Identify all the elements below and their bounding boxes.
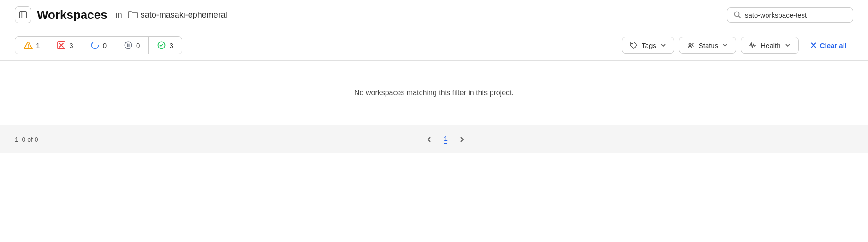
svg-point-10 [125, 42, 132, 49]
tag-icon [630, 41, 638, 49]
warning-count: 1 [36, 42, 40, 49]
tags-label: Tags [642, 42, 656, 49]
clear-all-icon [810, 42, 817, 49]
filter-warning[interactable]: 1 [15, 37, 48, 54]
project-name: sato-masaki-ephemeral [141, 10, 227, 20]
filter-error[interactable]: 3 [48, 37, 82, 54]
paused-icon [124, 41, 133, 50]
svg-point-9 [91, 42, 98, 49]
page-underline [444, 143, 447, 144]
tags-dropdown[interactable]: Tags [622, 37, 674, 54]
svg-rect-0 [20, 12, 26, 18]
in-label: in [116, 10, 122, 20]
health-chevron-icon [785, 42, 791, 48]
tags-chevron-icon [660, 42, 666, 48]
pagination-row: 1–0 of 0 1 [0, 125, 868, 153]
header-row: Workspaces in sato-masaki-ephemeral [0, 0, 868, 30]
prev-page-button[interactable] [422, 133, 437, 145]
sidebar-toggle-button[interactable] [15, 6, 31, 23]
svg-rect-11 [127, 44, 128, 47]
error-count: 3 [69, 42, 73, 49]
paused-count: 0 [136, 42, 140, 49]
status-icon [687, 41, 695, 49]
search-icon [734, 11, 741, 18]
empty-state: No workspaces matching this filter in th… [0, 61, 868, 125]
error-icon [57, 41, 66, 50]
clear-all-button[interactable]: Clear all [803, 38, 853, 53]
chevron-left-icon [425, 135, 434, 144]
clear-all-label: Clear all [820, 42, 847, 49]
pagination-controls: 1 [38, 133, 853, 146]
search-input[interactable] [745, 11, 846, 19]
svg-point-15 [689, 43, 691, 46]
page-wrapper: Workspaces in sato-masaki-ephemeral [0, 0, 868, 242]
success-icon [157, 41, 166, 50]
status-filters: 1 3 0 [15, 36, 182, 54]
health-label: Health [761, 42, 780, 49]
success-count: 3 [169, 42, 173, 49]
search-box [727, 7, 853, 23]
filter-loading[interactable]: 0 [82, 37, 115, 54]
svg-point-5 [28, 47, 29, 48]
page-number: 1 [444, 134, 447, 142]
svg-point-2 [735, 12, 739, 17]
next-page-button[interactable] [454, 133, 470, 145]
project-folder: sato-masaki-ephemeral [128, 10, 227, 20]
filter-row: 1 3 0 [0, 30, 868, 61]
health-dropdown[interactable]: Health [741, 37, 798, 54]
loading-count: 0 [103, 42, 107, 49]
health-icon [749, 41, 757, 49]
page-title: Workspaces [37, 8, 107, 22]
svg-rect-12 [129, 44, 130, 47]
svg-point-14 [632, 43, 633, 44]
filter-success[interactable]: 3 [149, 37, 181, 54]
filter-paused[interactable]: 0 [115, 37, 149, 54]
svg-point-13 [158, 42, 165, 49]
pagination-count: 1–0 of 0 [15, 136, 38, 143]
status-chevron-icon [722, 42, 728, 48]
svg-line-3 [739, 16, 741, 18]
page-1-button[interactable]: 1 [439, 133, 452, 146]
chevron-right-icon [458, 135, 466, 144]
loading-icon [90, 41, 100, 50]
empty-message: No workspaces matching this filter in th… [354, 89, 514, 97]
status-label: Status [699, 42, 719, 49]
status-dropdown[interactable]: Status [679, 37, 737, 54]
warning-icon [24, 41, 33, 50]
